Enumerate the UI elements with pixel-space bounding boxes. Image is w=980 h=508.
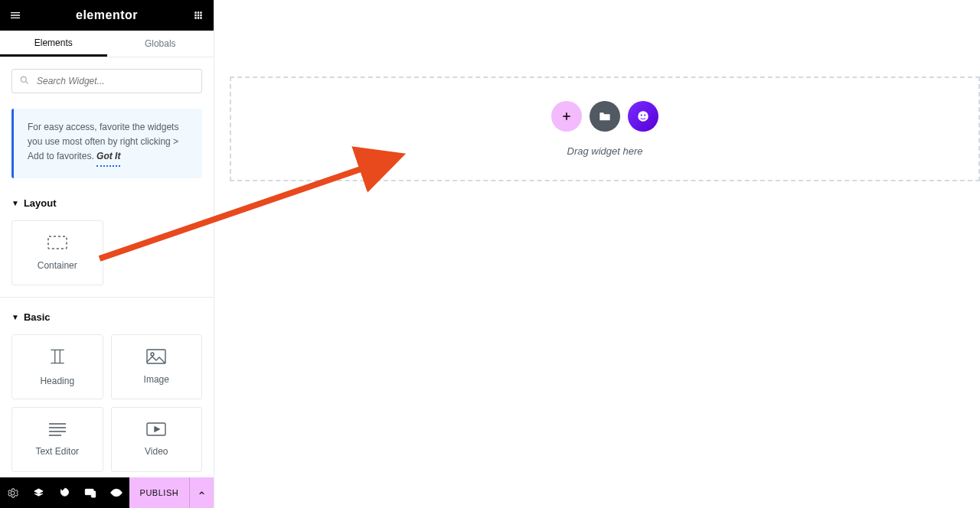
drop-actions [551,101,658,132]
category-label: Basic [24,311,51,323]
basic-grid: Heading Image Text Editor Video [11,334,202,472]
add-section-button[interactable] [551,101,582,132]
svg-rect-11 [91,491,95,497]
svg-point-17 [644,114,645,116]
history-icon [59,487,70,499]
widget-label: Container [38,260,77,271]
tip-gotit-button[interactable]: Got It [96,149,120,166]
category-basic-toggle[interactable]: ▼ Basic [11,311,202,323]
widget-heading[interactable]: Heading [11,334,103,399]
svg-point-12 [115,491,118,494]
apps-menu-button[interactable] [191,8,206,23]
caret-down-icon: ▼ [11,313,19,321]
hamburger-menu-button[interactable] [8,8,23,23]
hamburger-icon [9,9,21,21]
sidebar-footer: PUBLISH [0,477,214,508]
template-library-button[interactable] [590,101,620,132]
tab-elements[interactable]: Elements [0,31,107,57]
svg-line-1 [25,81,28,83]
video-icon [145,422,167,437]
category-label: Layout [24,197,57,209]
chevron-up-icon [198,489,206,497]
svg-point-0 [21,77,26,82]
category-layout-toggle[interactable]: ▼ Layout [11,197,202,209]
panel-tabs: Elements Globals [0,31,214,57]
widget-label: Video [145,446,168,457]
eye-icon [110,488,122,497]
settings-button[interactable] [0,477,26,508]
widget-label: Image [144,374,169,385]
devices-icon [84,487,96,498]
tab-globals[interactable]: Globals [107,31,214,57]
favorites-tip: For easy access, favorite the widgets yo… [11,109,202,178]
preview-button[interactable] [103,477,129,508]
svg-point-15 [638,111,648,122]
panel-body: For easy access, favorite the widgets yo… [0,57,214,477]
widget-video[interactable]: Video [111,407,203,472]
image-icon [145,348,167,365]
ai-sparkle-icon [636,109,650,123]
editor-canvas: Drag widget here [214,0,980,508]
svg-point-4 [151,353,154,356]
widget-label: Heading [40,376,74,386]
navigator-button[interactable] [26,477,52,508]
text-editor-icon [47,422,67,437]
drop-hint-text: Drag widget here [567,145,643,157]
widget-container[interactable]: Container [11,220,103,285]
layout-grid: Container [11,220,202,285]
widget-label: Text Editor [35,446,79,457]
container-icon [46,234,69,251]
folder-icon [599,111,611,122]
responsive-button[interactable] [77,477,103,508]
svg-rect-2 [48,236,67,249]
search-wrapper [11,69,202,93]
history-button[interactable] [51,477,77,508]
divider [0,297,214,298]
publish-options-button[interactable] [189,477,214,508]
grid-icon [193,10,204,21]
ai-button[interactable] [628,101,658,132]
svg-point-16 [641,114,642,116]
gear-icon [7,487,18,499]
plus-icon [560,110,573,122]
widget-text-editor[interactable]: Text Editor [11,407,103,472]
layers-icon [33,487,44,499]
drop-zone[interactable]: Drag widget here [230,77,980,181]
sidebar-header: elementor [0,0,214,31]
editor-sidebar: elementor Elements Globals For easy acce… [0,0,214,508]
brand-logo: elementor [76,8,138,22]
publish-button[interactable]: PUBLISH [129,477,190,508]
caret-down-icon: ▼ [11,199,19,207]
search-icon [19,75,30,88]
search-input[interactable] [11,69,202,93]
widget-image[interactable]: Image [111,334,203,399]
heading-icon [47,347,67,366]
